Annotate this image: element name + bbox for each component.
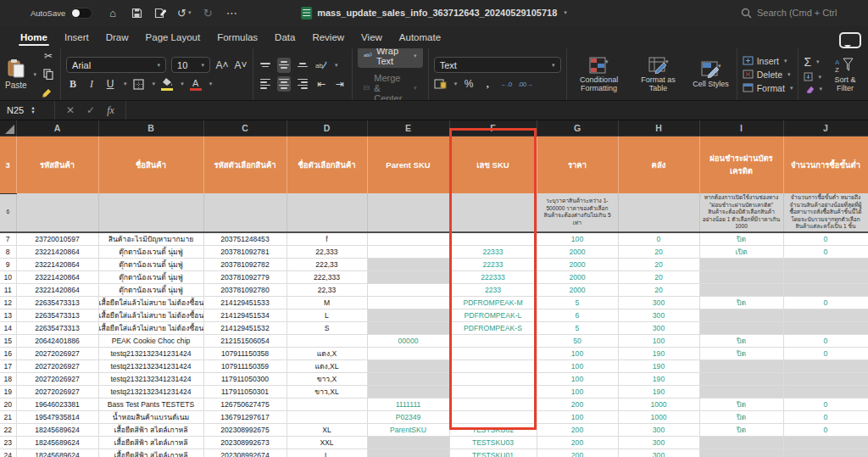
enter-icon[interactable]: ✓ — [86, 104, 95, 116]
row-header-10[interactable]: 10 — [0, 270, 16, 283]
cell-D12[interactable]: M — [287, 296, 367, 309]
fill-color-chevron-icon[interactable]: ▾ — [181, 81, 184, 87]
underline-button[interactable]: U — [103, 76, 117, 92]
cell-J24[interactable] — [783, 449, 868, 457]
cell-C18[interactable]: 117911050300 — [203, 372, 287, 385]
desc-cell-C6[interactable] — [203, 193, 287, 232]
cell-H21[interactable]: 1000 — [618, 410, 699, 423]
cell-I12[interactable]: ปิด — [699, 296, 783, 309]
row-header-14[interactable]: 14 — [0, 321, 16, 334]
cell-E18[interactable] — [367, 372, 449, 385]
cell-G19[interactable]: 100 — [537, 385, 618, 398]
cell-J11[interactable] — [783, 283, 868, 296]
cell-E11[interactable] — [367, 283, 449, 296]
cell-F17[interactable] — [449, 359, 537, 372]
align-center-icon[interactable] — [277, 76, 291, 92]
cell-C14[interactable]: 214129451532 — [203, 321, 287, 334]
increase-decimal-button[interactable]: ←.0 — [499, 76, 513, 92]
cell-J23[interactable] — [783, 436, 868, 449]
fill-button[interactable]: ▾ — [804, 72, 822, 81]
cell-I23[interactable] — [699, 436, 783, 449]
cell-H7[interactable]: 0 — [618, 232, 699, 246]
cell-B7[interactable]: สินค้าอะไรมีปัญหามากมาย — [98, 232, 203, 246]
cell-F14[interactable]: PDFROMPEAK-S — [449, 321, 537, 334]
cell-J18[interactable] — [783, 372, 868, 385]
cell-A20[interactable]: 19646023381 — [16, 398, 98, 410]
column-header-B[interactable]: B — [98, 120, 203, 136]
cell-C9[interactable]: 203781092782 — [203, 258, 287, 270]
title-chevron-icon[interactable]: ▾ — [564, 9, 567, 16]
cell-H24[interactable]: 300 — [618, 449, 699, 457]
row-header-9[interactable]: 9 — [0, 258, 16, 270]
cell-B10[interactable]: ตุ๊กตาน้องเวนดี้ นุ่มฟู่ — [98, 270, 203, 283]
cell-E14[interactable] — [367, 321, 449, 334]
cell-G14[interactable]: 5 — [537, 321, 618, 334]
row-header-24[interactable]: 24 — [0, 449, 16, 457]
cell-I22[interactable]: ปิด — [699, 423, 783, 436]
cell-J22[interactable]: 0 — [783, 423, 868, 436]
autosum-button[interactable]: Σ▾ — [804, 55, 822, 69]
save-as-icon[interactable] — [151, 5, 170, 20]
cell-I14[interactable] — [699, 321, 783, 334]
cell-E8[interactable] — [367, 245, 449, 258]
cell-H11[interactable]: 20 — [618, 283, 699, 296]
row-header-6[interactable]: 6 — [0, 193, 16, 232]
cell-B23[interactable]: เสื้อยืดสีฟ้า สไตล์เกาหลี — [98, 436, 203, 449]
comments-icon[interactable] — [839, 32, 861, 48]
cell-E7[interactable] — [367, 232, 449, 246]
copy-icon[interactable] — [42, 67, 55, 82]
cell-J20[interactable]: 0 — [783, 398, 868, 410]
cell-A11[interactable]: 23221420864 — [16, 283, 98, 296]
cell-G15[interactable]: 50 — [537, 334, 618, 347]
cell-D24[interactable]: L — [287, 449, 367, 457]
cell-J8[interactable]: 0 — [783, 245, 868, 258]
merge-center-button[interactable]: Merge & Center ▾ — [358, 71, 423, 102]
column-header-C[interactable]: C — [203, 120, 287, 136]
column-header-F[interactable]: F — [449, 120, 537, 136]
cell-F18[interactable] — [449, 372, 537, 385]
tab-formulas[interactable]: Formulas — [209, 28, 266, 48]
autosave-toggle[interactable] — [70, 8, 92, 19]
cell-J12[interactable]: 0 — [783, 296, 868, 309]
row-header-11[interactable]: 11 — [0, 283, 16, 296]
cell-A10[interactable]: 23221420864 — [16, 270, 98, 283]
header-cell-A3[interactable]: รหัสสินค้า — [16, 136, 98, 193]
cell-C13[interactable]: 214129451534 — [203, 309, 287, 321]
cell-H20[interactable]: 1000 — [618, 398, 699, 410]
cell-J13[interactable] — [783, 309, 868, 321]
cell-G8[interactable]: 2000 — [537, 245, 618, 258]
cell-D9[interactable]: 222,33 — [287, 258, 367, 270]
cell-H17[interactable]: 190 — [618, 359, 699, 372]
cell-A14[interactable]: 22635473313 — [16, 321, 98, 334]
cell-D20[interactable] — [287, 398, 367, 410]
desc-cell-E6[interactable] — [367, 193, 449, 232]
decrease-decimal-button[interactable]: .00→ — [518, 76, 532, 92]
delete-cells-button[interactable]: Delete▾ — [743, 70, 793, 80]
header-cell-J3[interactable]: จำนวนการซื้อขั้นต่ำ — [783, 136, 868, 193]
cell-G20[interactable]: 200 — [537, 398, 618, 410]
cell-H15[interactable]: 100 — [618, 334, 699, 347]
cell-D7[interactable]: f — [287, 232, 367, 246]
comma-style-button[interactable]: , — [481, 76, 494, 92]
cell-I16[interactable]: ปิด — [699, 347, 783, 359]
cell-A8[interactable]: 23221420864 — [16, 245, 98, 258]
cell-D10[interactable]: 222,333 — [287, 270, 367, 283]
cell-A17[interactable]: 20272026927 — [16, 359, 98, 372]
cell-C19[interactable]: 117911050301 — [203, 385, 287, 398]
clear-button[interactable]: ▾ — [804, 85, 822, 93]
cell-B20[interactable]: Bass Test Pants TESTETS — [98, 398, 203, 410]
cell-F13[interactable]: PDFROMPEAK-L — [449, 309, 537, 321]
bold-button[interactable]: B — [66, 76, 80, 92]
cell-B22[interactable]: เสื้อยืดสีฟ้า สไตล์เกาหลี — [98, 423, 203, 436]
header-cell-G3[interactable]: ราคา — [537, 136, 618, 193]
cell-C8[interactable]: 203781092781 — [203, 245, 287, 258]
cell-H8[interactable]: 20 — [618, 245, 699, 258]
increase-indent-icon[interactable]: ⇥ — [333, 76, 347, 92]
borders-chevron-icon[interactable]: ▾ — [153, 81, 156, 87]
row-header-17[interactable]: 17 — [0, 359, 16, 372]
save-icon[interactable] — [127, 5, 146, 20]
italic-button[interactable]: I — [85, 76, 98, 92]
cell-F9[interactable]: 22233 — [449, 258, 537, 270]
row-header-12[interactable]: 12 — [0, 296, 16, 309]
cell-E22[interactable]: ParentSKU — [367, 423, 449, 436]
